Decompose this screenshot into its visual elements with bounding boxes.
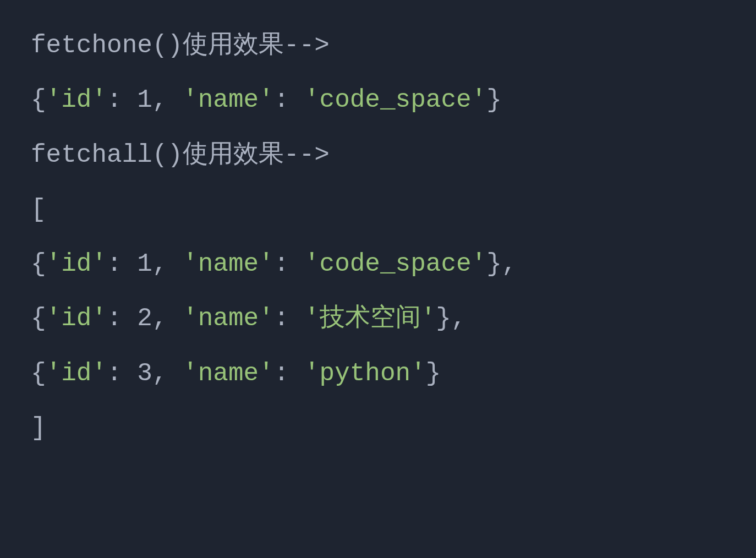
dict-value-number: 1 <box>137 250 152 278</box>
trailing-comma: , <box>502 250 517 278</box>
trailing-comma: , <box>451 304 467 333</box>
dict-key: 'id' <box>46 250 107 278</box>
open-brace: { <box>31 304 46 333</box>
comma: , <box>152 86 183 114</box>
dict-key: 'name' <box>183 304 274 333</box>
colon: : <box>107 304 137 333</box>
output-line-5: {'id': 1, 'name': 'code_space'}, <box>31 245 725 284</box>
output-line-8: ] <box>31 409 725 448</box>
dict-key: 'name' <box>183 86 274 114</box>
dict-key: 'id' <box>46 86 107 114</box>
close-brace: } <box>436 304 451 333</box>
colon: : <box>107 86 137 114</box>
text: fetchall()使用效果--> <box>31 141 330 169</box>
colon: : <box>274 359 304 388</box>
close-brace: } <box>486 250 502 278</box>
colon: : <box>274 304 304 333</box>
output-line-4: [ <box>31 190 725 229</box>
dict-value-number: 2 <box>137 304 152 333</box>
dict-value-string: 'code_space' <box>304 250 486 278</box>
open-brace: { <box>31 86 46 114</box>
open-brace: { <box>31 250 46 278</box>
dict-value-number: 3 <box>137 359 152 388</box>
output-line-7: {'id': 3, 'name': 'python'} <box>31 354 725 393</box>
output-line-6: {'id': 2, 'name': '技术空间'}, <box>31 299 725 338</box>
comma: , <box>152 304 183 333</box>
dict-key: 'id' <box>46 359 107 388</box>
dict-value-number: 1 <box>137 86 152 114</box>
code-output-block: fetchone()使用效果--> {'id': 1, 'name': 'cod… <box>31 26 725 448</box>
dict-value-string: 'code_space' <box>304 86 486 114</box>
output-line-2: {'id': 1, 'name': 'code_space'} <box>31 81 725 120</box>
dict-key: 'id' <box>46 304 107 333</box>
colon: : <box>107 250 137 278</box>
colon: : <box>274 86 304 114</box>
comma: , <box>152 250 183 278</box>
close-brace: } <box>486 86 502 114</box>
output-line-3: fetchall()使用效果--> <box>31 136 725 175</box>
dict-key: 'name' <box>183 250 274 278</box>
dict-key: 'name' <box>183 359 274 388</box>
text: fetchone()使用效果--> <box>31 31 330 60</box>
dict-value-string: '技术空间' <box>304 304 436 333</box>
colon: : <box>274 250 304 278</box>
comma: , <box>152 359 183 388</box>
dict-value-string: 'python' <box>304 359 426 388</box>
close-bracket: ] <box>31 414 46 442</box>
output-line-1: fetchone()使用效果--> <box>31 26 725 65</box>
open-brace: { <box>31 359 46 388</box>
open-bracket: [ <box>31 195 46 224</box>
close-brace: } <box>426 359 441 388</box>
colon: : <box>107 359 137 388</box>
